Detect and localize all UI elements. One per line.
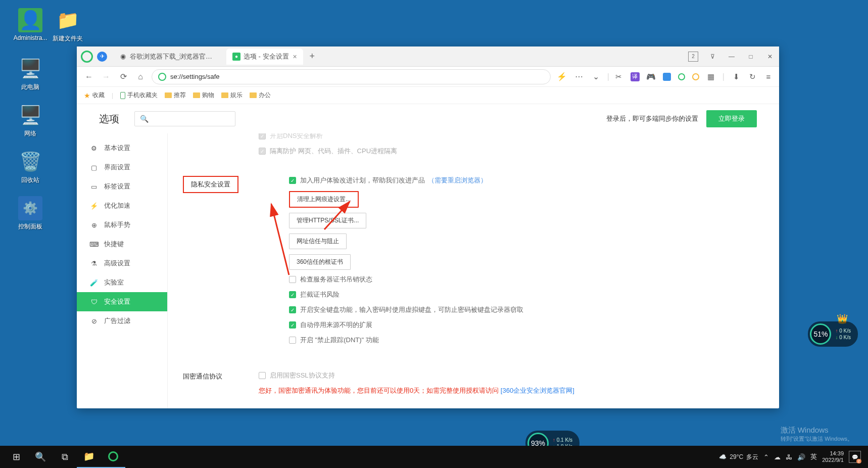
notification-button[interactable]: 💬 <box>849 451 861 463</box>
more-icon[interactable]: ⋯ <box>573 71 585 83</box>
sidebar-item-basic[interactable]: ⚙基本设置 <box>77 138 167 158</box>
checkbox-cert-risk[interactable]: ✓拦截证书风险 <box>289 290 764 299</box>
home-button[interactable]: ⌂ <box>134 71 147 83</box>
monitor-badge-right[interactable]: 51% ↑ 0 K/s ↓ 0 K/s <box>808 321 858 347</box>
sidebar-item-mouse[interactable]: ⊕鼠标手势 <box>77 215 167 235</box>
sidebar-item-label: 广告过滤 <box>104 316 130 325</box>
window-icon: ▢ <box>90 163 98 171</box>
tray-onedrive-icon[interactable]: ☁ <box>774 453 781 461</box>
desktop-icon-network[interactable]: 🖥️网络 <box>10 103 51 138</box>
url-input[interactable]: se://settings/safe <box>152 69 551 84</box>
sidebar-item-tabs[interactable]: ▭标签设置 <box>77 177 167 196</box>
start-button[interactable]: ⊞ <box>4 446 28 468</box>
ext2-icon[interactable] <box>678 73 685 80</box>
tab-settings-safe[interactable]: ●选项 - 安全设置× <box>226 49 303 65</box>
bookmark-mobile[interactable]: 手机收藏夹 <box>120 91 158 100</box>
bookmark-folder-recommend[interactable]: 推荐 <box>165 91 186 100</box>
checkbox-label: 隔离防护 网页、代码、插件、CPU进程隔离 <box>270 147 397 156</box>
menu-icon[interactable]: ≡ <box>764 72 773 81</box>
tabs-icon: ▭ <box>90 182 98 191</box>
bookmark-folder-office[interactable]: 办公 <box>250 91 271 100</box>
guomi-notice: 您好，国密加密通讯为体验功能，您目前还可以使用0天；如需完整使用授权请访问 <box>259 387 501 394</box>
tray-network-icon[interactable]: 🖧 <box>786 453 792 461</box>
sidebar-item-adblock[interactable]: ⊘广告过滤 <box>77 311 167 331</box>
task-view-button[interactable]: ⧉ <box>53 446 77 468</box>
sidebar-item-security[interactable]: 🛡安全设置 <box>77 292 167 311</box>
clock[interactable]: 14:392022/9/1 <box>822 450 844 463</box>
lock-icon <box>158 73 166 81</box>
login-button[interactable]: 立即登录 <box>706 110 757 127</box>
new-tab-button[interactable]: + <box>305 50 319 64</box>
sidebar-item-lab[interactable]: 🧪实验室 <box>77 273 167 292</box>
settings-tab-icon: ● <box>232 53 240 61</box>
monitor-down: 0 K/s <box>839 335 851 340</box>
browser-taskbar-button[interactable] <box>101 446 125 468</box>
bookmark-folder-entertainment[interactable]: 娱乐 <box>221 91 243 100</box>
chevron-down-icon[interactable]: ⌄ <box>590 71 602 83</box>
checkbox-label: 检查服务器证书吊销状态 <box>300 275 372 284</box>
mobile-icon <box>120 92 125 99</box>
annotation-arrow-2 <box>319 194 360 235</box>
settings-header: 选项 🔍 登录后，即可多端同步你的设置 立即登录 <box>77 104 779 133</box>
explorer-taskbar-button[interactable]: 📁 <box>77 446 101 468</box>
monitor-stats: ↑ 0 K/s ↓ 0 K/s <box>835 327 851 341</box>
checkbox-join-ux[interactable]: ✓加入用户体验改进计划，帮助我们改进产品（需要重启浏览器） <box>289 176 764 185</box>
checkbox-guomi-enable[interactable]: 启用国密SSL协议支持 <box>259 371 764 380</box>
history-icon[interactable]: ↻ <box>748 72 757 81</box>
desktop-icon-label: 回收站 <box>10 176 51 184</box>
desktop-icon-controlpanel[interactable]: ⚙️控制面板 <box>10 196 51 231</box>
tray-chevron-icon[interactable]: ⌃ <box>763 453 769 461</box>
checkbox-label: 开启安全键盘功能，输入密码时使用虚拟键盘，可防止密码被键盘记录器窃取 <box>300 305 523 314</box>
sync-badge-icon[interactable]: ✈ <box>97 52 107 62</box>
sidebar-item-interface[interactable]: ▢界面设置 <box>77 158 167 177</box>
desktop-icon-newfolder[interactable]: 📁新建文件夹 <box>47 8 88 43</box>
guomi-link[interactable]: [360企业安全浏览器官网] <box>501 387 574 394</box>
watermark-title: 激活 Windows <box>781 426 853 435</box>
folder-icon <box>165 92 172 98</box>
maximize-button[interactable]: □ <box>746 52 756 62</box>
back-button[interactable]: ← <box>83 71 95 83</box>
forward-button[interactable]: → <box>100 71 112 83</box>
bookmark-label: 推荐 <box>174 91 186 100</box>
sidebar-item-label: 标签设置 <box>104 182 130 191</box>
tab-chrome-download[interactable]: ◉谷歌浏览器下载_浏览器官网入口 <box>113 49 224 65</box>
checkbox-secure-kbd[interactable]: ✓开启安全键盘功能，输入密码时使用虚拟键盘，可防止密码被键盘记录器窃取 <box>289 305 764 314</box>
checkbox-disable-ext[interactable]: ✓自动停用来源不明的扩展 <box>289 320 764 330</box>
desktop-icon-label: 新建文件夹 <box>47 34 88 43</box>
sidebar-item-speed[interactable]: ⚡优化加速 <box>77 196 167 215</box>
ime-indicator[interactable]: 英 <box>810 452 817 461</box>
desktop-icon-recyclebin[interactable]: 🗑️回收站 <box>10 150 51 184</box>
game-icon[interactable]: 🎮 <box>647 72 656 81</box>
checkbox-revoke[interactable]: 检查服务器证书吊销状态 <box>289 275 764 284</box>
ext1-icon[interactable] <box>663 73 671 81</box>
desktop-icon-admin[interactable]: 👤Administra... <box>10 8 51 41</box>
pin-icon[interactable]: ⊽ <box>707 52 717 62</box>
close-button[interactable]: ✕ <box>765 52 775 62</box>
checkbox-dnt[interactable]: 开启 "禁止跟踪(DNT)" 功能 <box>289 336 764 345</box>
settings-content[interactable]: ✓开启DNS安全解析 ✓隔离防护 网页、代码、插件、CPU进程隔离 隐私安全设置… <box>168 133 779 408</box>
download-icon[interactable]: ⬇ <box>732 72 741 81</box>
settings-search-input[interactable]: 🔍 <box>134 111 235 126</box>
checkbox-isolation[interactable]: ✓隔离防护 网页、代码、插件、CPU进程隔离 <box>259 147 764 156</box>
checkbox-dns[interactable]: ✓开启DNS安全解析 <box>259 133 764 141</box>
minimize-button[interactable]: — <box>727 52 737 62</box>
bookmark-folder-shopping[interactable]: 购物 <box>193 91 214 100</box>
bookmark-favorites[interactable]: ★收藏 <box>84 91 105 100</box>
bookmark-label: 娱乐 <box>230 91 243 100</box>
weather-widget[interactable]: ☁️29°C多云 <box>719 453 758 461</box>
translate-icon[interactable]: 译 <box>631 72 640 81</box>
sidebar-item-shortcuts[interactable]: ⌨快捷键 <box>77 235 167 254</box>
scissors-icon[interactable]: ✂ <box>614 72 623 81</box>
flash-icon[interactable]: ⚡ <box>556 71 568 83</box>
tab-count-badge[interactable]: 2 <box>688 52 698 62</box>
reload-button[interactable]: ⟳ <box>117 71 129 83</box>
sidebar-item-advanced[interactable]: ⚗高级设置 <box>77 254 167 273</box>
checkbox-label: 加入用户体验改进计划，帮助我们改进产品 <box>300 176 425 185</box>
desktop-icon-thispc[interactable]: 🖥️此电脑 <box>10 57 51 91</box>
apps-icon[interactable]: ▦ <box>706 72 715 81</box>
ext3-icon[interactable] <box>692 73 699 80</box>
tray-volume-icon[interactable]: 🔊 <box>797 453 805 461</box>
monitor-up: 0.1 K/s <box>557 437 572 443</box>
close-icon[interactable]: × <box>293 53 297 61</box>
search-button[interactable]: 🔍 <box>28 446 53 468</box>
